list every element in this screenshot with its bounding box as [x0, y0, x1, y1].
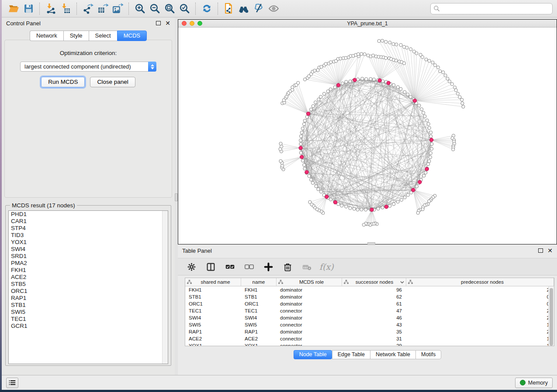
float-panel-icon[interactable] — [538, 248, 543, 253]
mcds-dominator-node[interactable] — [384, 205, 388, 208]
network-node[interactable] — [381, 39, 384, 42]
horizontal-splitter-grip[interactable] — [367, 242, 375, 245]
network-node[interactable] — [372, 78, 375, 81]
network-node[interactable] — [428, 160, 431, 163]
zoom-out-button[interactable] — [147, 2, 162, 16]
mcds-node-item[interactable]: ORC1 — [9, 288, 168, 295]
network-node[interactable] — [403, 196, 406, 199]
column-header-successor-nodes[interactable]: successor nodes — [342, 278, 406, 286]
network-node[interactable] — [381, 206, 384, 209]
open-file-button[interactable] — [6, 2, 21, 16]
network-node[interactable] — [409, 95, 412, 98]
network-node[interactable] — [426, 162, 429, 165]
network-node[interactable] — [429, 135, 432, 138]
network-node[interactable] — [279, 142, 282, 145]
table-row[interactable]: FKH1FKH1dominator962 — [185, 286, 554, 293]
network-node[interactable] — [319, 190, 322, 193]
network-node[interactable] — [309, 178, 312, 181]
network-node[interactable] — [395, 43, 398, 46]
show-graphics-details-button[interactable] — [266, 2, 281, 16]
network-node[interactable] — [299, 151, 302, 154]
tab-edge-table[interactable]: Edge Table — [332, 350, 370, 359]
create-column-button[interactable] — [262, 260, 275, 273]
hide-graphics-details-button[interactable] — [251, 2, 266, 16]
network-node[interactable] — [433, 64, 436, 67]
network-node[interactable] — [392, 83, 395, 86]
network-node[interactable] — [353, 207, 356, 210]
network-node[interactable] — [356, 78, 360, 81]
table-row[interactable]: SWI4SWI4dominator462 — [185, 314, 554, 321]
table-scrollbar-thumb[interactable] — [550, 288, 553, 346]
column-header-predecessor-nodes[interactable]: predecessor nodes — [406, 278, 554, 286]
network-node[interactable] — [429, 151, 432, 155]
mcds-node-item[interactable]: RAP1 — [9, 295, 168, 302]
network-node[interactable] — [349, 80, 352, 83]
network-node[interactable] — [405, 46, 408, 49]
network-node[interactable] — [428, 59, 431, 62]
mcds-node-item[interactable]: PHD1 — [9, 211, 168, 218]
mcds-node-item[interactable]: STB1 — [9, 302, 168, 309]
search-input[interactable] — [442, 6, 550, 12]
network-node[interactable] — [329, 61, 332, 64]
splitter-grip[interactable] — [175, 193, 178, 201]
network-node[interactable] — [309, 108, 312, 111]
network-node[interactable] — [361, 77, 364, 80]
network-node[interactable] — [369, 77, 372, 80]
run-mcds-button[interactable]: Run MCDS — [41, 77, 85, 87]
zoom-selected-button[interactable] — [177, 2, 192, 16]
search-box[interactable] — [430, 3, 553, 14]
delete-column-button[interactable] — [281, 260, 294, 273]
table-row[interactable]: RAP1RAP1dominator352 — [185, 328, 554, 335]
network-node[interactable] — [356, 208, 359, 211]
network-node[interactable] — [406, 193, 409, 196]
mcds-node-item[interactable]: STP4 — [9, 225, 168, 232]
network-node[interactable] — [422, 111, 425, 114]
export-network-button[interactable] — [80, 2, 95, 16]
network-node[interactable] — [446, 77, 449, 80]
table-scrollbar[interactable] — [548, 286, 554, 346]
network-node[interactable] — [423, 115, 426, 118]
network-node[interactable] — [339, 57, 342, 60]
close-panel-icon[interactable]: ✕ — [547, 248, 553, 253]
mcds-node-item[interactable]: PMA2 — [9, 260, 168, 267]
network-node[interactable] — [308, 200, 311, 203]
network-node[interactable] — [402, 62, 405, 65]
column-header-name[interactable]: name — [241, 278, 277, 286]
network-node[interactable] — [345, 205, 348, 208]
mcds-node-item[interactable]: SRD1 — [9, 253, 168, 260]
mcds-dominator-node[interactable] — [425, 167, 429, 171]
mcds-dominator-node[interactable] — [429, 138, 433, 141]
network-node[interactable] — [317, 188, 320, 191]
deselect-all-rows-button[interactable] — [242, 260, 256, 273]
network-node[interactable] — [384, 40, 387, 43]
network-node[interactable] — [400, 198, 403, 201]
network-node[interactable] — [394, 59, 398, 62]
export-image-button[interactable] — [110, 2, 125, 16]
network-node[interactable] — [344, 56, 347, 59]
mcds-dominator-node[interactable] — [336, 83, 340, 87]
network-node[interactable] — [320, 65, 323, 68]
close-panel-button[interactable]: Close panel — [90, 77, 135, 87]
tab-mcds[interactable]: MCDS — [117, 31, 147, 41]
float-panel-icon[interactable] — [156, 21, 161, 25]
network-node[interactable] — [303, 119, 306, 122]
network-node[interactable] — [409, 48, 412, 51]
tab-select[interactable]: Select — [89, 31, 117, 41]
network-node[interactable] — [415, 185, 418, 188]
mcds-dominator-node[interactable] — [413, 99, 416, 102]
network-node[interactable] — [322, 92, 325, 95]
network-node[interactable] — [311, 181, 314, 184]
mcds-result-list[interactable]: PHD1CAR1STP4TID3YOX1SWI4SRD1PMA2FKH1ACE2… — [8, 210, 168, 364]
tab-motifs[interactable]: Motifs — [415, 350, 441, 359]
criterion-dropdown[interactable]: largest connected component (undirected) — [20, 62, 156, 72]
network-node[interactable] — [305, 115, 308, 118]
network-node[interactable] — [461, 102, 464, 105]
network-node[interactable] — [372, 54, 375, 57]
network-node[interactable] — [360, 208, 363, 211]
network-node[interactable] — [311, 104, 315, 107]
mcds-node-item[interactable]: SWI4 — [9, 246, 168, 253]
network-node[interactable] — [403, 90, 406, 93]
network-node[interactable] — [388, 204, 391, 207]
network-node[interactable] — [436, 66, 439, 69]
memory-button[interactable]: Memory — [515, 378, 553, 388]
